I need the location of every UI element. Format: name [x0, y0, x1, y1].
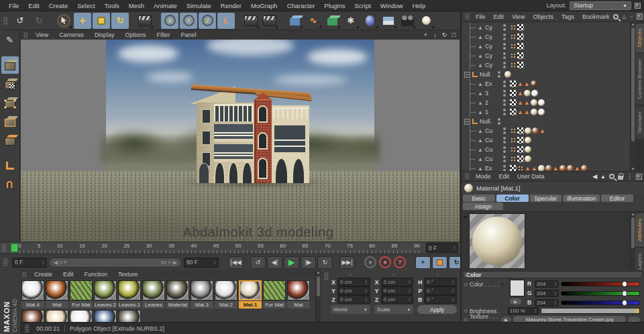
play-backward-button[interactable]: ↺	[250, 256, 266, 269]
material-tag-icon[interactable]	[538, 165, 545, 171]
vp-menu-options[interactable]: Options	[119, 32, 151, 38]
move-tool-button[interactable]: +	[74, 13, 91, 29]
menu-create[interactable]: Create	[44, 2, 73, 9]
dots-menu-icon[interactable]: ⋮	[627, 173, 633, 180]
tree-row[interactable]: −Null	[462, 70, 630, 79]
live-selection-button[interactable]	[55, 13, 72, 29]
coords-drag-handle[interactable]	[324, 272, 329, 280]
material-thumbnail[interactable]	[70, 310, 93, 322]
window-panel-icon[interactable]	[635, 3, 641, 9]
menu-file[interactable]: File	[4, 2, 23, 9]
scroll-up-icon[interactable]: ▲	[631, 22, 635, 26]
visibility-dots[interactable]	[503, 34, 506, 40]
visibility-dot-icon[interactable]	[498, 122, 500, 125]
lock-x-button[interactable]: X	[161, 13, 178, 29]
material-thumbnail[interactable]	[142, 280, 165, 300]
timeline-drag-handle[interactable]	[2, 244, 7, 252]
scale-tool-button[interactable]	[93, 13, 110, 29]
om-menu-objects[interactable]: Objects	[529, 13, 557, 20]
channel-slider[interactable]	[561, 282, 640, 286]
material-tag-icon[interactable]	[567, 165, 574, 171]
channel-slider[interactable]	[561, 291, 640, 296]
tab-specular[interactable]: Specular	[530, 194, 562, 202]
material-item[interactable]: Leaves.2	[94, 280, 117, 309]
coord-field[interactable]: 0 cm↕	[337, 295, 370, 304]
material-thumbnail[interactable]	[94, 310, 117, 322]
visibility-dots[interactable]	[503, 80, 506, 87]
spinner-icon[interactable]: ↕	[365, 279, 368, 285]
enable-axis-button[interactable]	[1, 157, 19, 174]
side-tab-structure[interactable]: Structure	[635, 106, 644, 138]
material-item[interactable]: Mat.1	[239, 280, 262, 309]
material-tag-icon[interactable]	[524, 90, 531, 97]
tree-row[interactable]: −Null.	[462, 117, 630, 126]
material-thumbnail[interactable]	[166, 280, 189, 300]
tree-row[interactable]: ▲Ex▲▲	[462, 79, 630, 89]
vp-menu-view[interactable]: View	[30, 32, 54, 38]
add-modeling-button[interactable]: ✱	[342, 13, 360, 29]
color-swatch[interactable]	[510, 280, 525, 296]
tree-expander[interactable]: −	[464, 72, 470, 78]
color-expand-button[interactable]: ▶	[510, 298, 521, 304]
coord-field[interactable]: 0 cm↕	[337, 278, 370, 286]
coord-field[interactable]: 0 °↕	[424, 295, 457, 304]
menu-select[interactable]: Select	[72, 2, 99, 9]
visibility-dots[interactable]	[503, 137, 506, 144]
phong-tag-icon[interactable]: ▲	[524, 109, 530, 115]
menu-script[interactable]: Script	[350, 2, 376, 9]
coord-field[interactable]: 0 cm↕	[381, 286, 414, 295]
menu-plugins[interactable]: Plugins	[319, 2, 350, 9]
material-thumbnail[interactable]	[21, 280, 44, 300]
spinner-icon[interactable]: ↕	[554, 290, 557, 296]
visibility-dot-icon[interactable]	[503, 169, 506, 171]
selection-tag-icon[interactable]	[510, 52, 517, 59]
visibility-dots[interactable]	[503, 90, 506, 97]
timeline-ruler[interactable]: 051015202530354045505560657075808590	[10, 242, 424, 254]
visibility-dot-icon[interactable]	[503, 85, 506, 87]
uvw-tag-icon[interactable]	[517, 34, 524, 40]
goto-start-button[interactable]: |◀◀	[228, 256, 244, 269]
om-menu-view[interactable]: View	[508, 13, 529, 20]
phong-tag-icon[interactable]: ▲	[517, 90, 523, 97]
visibility-dot-icon[interactable]	[503, 52, 506, 55]
tree-expander[interactable]: −	[464, 119, 470, 125]
polygon-mode-button[interactable]	[1, 131, 19, 149]
selection-tag-icon[interactable]	[510, 43, 517, 50]
render-active-view-button[interactable]	[242, 13, 260, 29]
tree-row[interactable]: ▲Cy	[462, 42, 630, 51]
layout-select[interactable]: Startup ▼	[570, 1, 631, 10]
step-forward-button[interactable]: |▶	[301, 256, 316, 269]
channel-slider[interactable]	[561, 300, 640, 305]
coord-field[interactable]: 0 °↕	[424, 278, 457, 286]
material-tag-icon[interactable]	[531, 99, 537, 106]
am-menu-user-data[interactable]: User Data	[513, 173, 549, 180]
spinner-icon[interactable]: ↕	[365, 296, 368, 302]
search-icon[interactable]	[609, 174, 614, 179]
material-item[interactable]: Mat.3	[191, 280, 213, 309]
tree-row[interactable]: ▲Cu▲	[462, 126, 630, 135]
pan-view-icon[interactable]: +	[422, 32, 429, 39]
material-item[interactable]: Mat	[46, 280, 68, 309]
anim-dot-icon[interactable]	[464, 318, 468, 321]
spinner-icon[interactable]: ↕	[365, 288, 368, 294]
material-drag-handle[interactable]	[22, 272, 27, 278]
home-icon[interactable]: ⌂	[622, 13, 626, 20]
material-tag-icon[interactable]	[531, 109, 537, 115]
om-panel-icon[interactable]	[637, 13, 643, 19]
lock-icon[interactable]	[618, 176, 623, 180]
tree-row[interactable]: ▲Ex▲▲▲▲	[462, 164, 630, 171]
phong-tag-icon[interactable]: ▲	[517, 80, 523, 87]
mat-menu-texture[interactable]: Texture	[113, 271, 144, 278]
visibility-dot-icon[interactable]	[503, 56, 506, 59]
autokey-button[interactable]: ?	[394, 256, 406, 268]
triangle-down-icon[interactable]: ▼	[500, 282, 504, 286]
tree-row[interactable]: ▲3▲	[462, 89, 630, 98]
material-tag-icon[interactable]	[531, 80, 537, 87]
material-tag-icon[interactable]	[538, 99, 545, 106]
selection-tag-icon[interactable]	[510, 156, 517, 162]
material-item[interactable]: Mat.4	[21, 280, 44, 309]
material-tag-icon[interactable]	[525, 127, 531, 134]
coord-field[interactable]: 0 °↕	[424, 286, 457, 295]
material-item[interactable]: Fur Mat	[70, 280, 93, 309]
material-thumbnail[interactable]	[239, 280, 262, 300]
